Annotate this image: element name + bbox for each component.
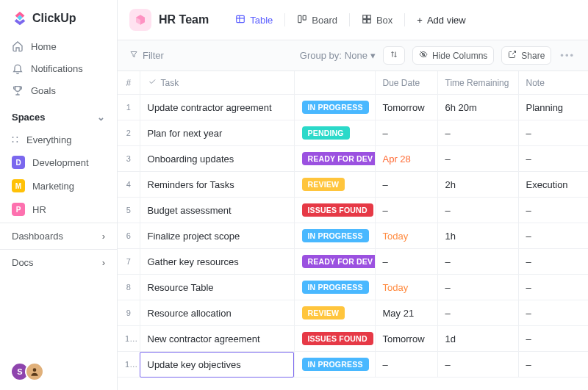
note-cell[interactable]: Planning [518,95,588,120]
spaces-header[interactable]: Spaces ⌄ [0,103,117,127]
row-index: 2 [118,120,140,146]
status-cell[interactable]: IN PROGRESS [294,95,375,120]
table-row[interactable]: 6Finalize project scopeIN PROGRESSToday1… [118,223,588,249]
user-avatars[interactable]: S [0,353,117,390]
status-cell[interactable]: READY FOR DEV [294,249,375,275]
due-date-cell[interactable]: – [375,352,437,378]
note-cell[interactable]: – [518,146,588,172]
time-remaining-cell[interactable]: 6h 20m [437,95,518,120]
due-date-cell[interactable]: – [375,249,437,275]
table-row[interactable]: 10New contractor agreementISSUES FOUNDTo… [118,326,588,352]
due-date-cell[interactable]: Tomorrow [375,326,437,352]
time-remaining-cell[interactable]: – [437,275,518,300]
due-date-cell[interactable]: – [375,198,437,223]
status-cell[interactable]: IN PROGRESS [294,223,375,249]
nav-home[interactable]: Home [0,35,117,57]
column-note[interactable]: Note [518,71,588,95]
task-name-cell[interactable]: Update contractor agreement [140,95,294,120]
column-task[interactable]: Task [140,71,294,95]
view-tab-board[interactable]: Board [291,11,343,29]
due-date-cell[interactable]: Today [375,223,437,249]
time-remaining-cell[interactable]: – [437,300,518,326]
due-date-cell[interactable]: Tomorrow [375,95,437,120]
due-date-cell[interactable]: – [375,120,437,146]
table-row[interactable]: 8Resource TableIN PROGRESSToday–– [118,275,588,300]
time-remaining-cell[interactable]: 1d [437,326,518,352]
note-cell[interactable]: – [518,223,588,249]
column-status[interactable] [294,71,375,95]
status-cell[interactable]: PENDING [294,120,375,146]
table-row[interactable]: 7Gather key resourcesREADY FOR DEV––– [118,249,588,275]
due-date-cell[interactable]: – [375,172,437,198]
table-row[interactable]: 3Onboarding updatesREADY FOR DEVApr 28–– [118,146,588,172]
hide-columns-button[interactable]: Hide Columns [412,46,494,65]
table-row[interactable]: 1Update contractor agreementIN PROGRESST… [118,95,588,120]
task-name-cell[interactable]: Gather key resources [140,249,294,275]
space-marketing[interactable]: M Marketing [0,174,117,198]
add-view-button[interactable]: + Add view [411,12,471,29]
time-remaining-cell[interactable]: – [437,352,518,378]
sort-button[interactable] [383,46,405,65]
time-remaining-cell[interactable]: 1h [437,223,518,249]
task-name-cell[interactable]: Onboarding updates [140,146,294,172]
task-name-cell[interactable]: Resource Table [140,275,294,300]
table-row[interactable]: 9Resource allocationREVIEWMay 21–– [118,300,588,326]
note-cell[interactable]: – [518,300,588,326]
svg-rect-5 [368,15,371,18]
due-date-cell[interactable]: Today [375,275,437,300]
more-options-button[interactable]: ••• [559,50,576,61]
status-cell[interactable]: ISSUES FOUND [294,198,375,223]
row-index: 5 [118,198,140,223]
note-cell[interactable]: Execution [518,172,588,198]
column-time[interactable]: Time Remaining [437,71,518,95]
due-date-cell[interactable]: Apr 28 [375,146,437,172]
task-name-cell[interactable]: New contractor agreement [140,326,294,352]
note-cell[interactable]: – [518,326,588,352]
space-everything[interactable]: ∷ Everything [0,129,117,151]
status-cell[interactable]: ISSUES FOUND [294,326,375,352]
note-cell[interactable]: – [518,275,588,300]
task-name-cell[interactable]: Reminders for Tasks [140,172,294,198]
table-row[interactable]: 11Update key objectivesIN PROGRESS––– [118,352,588,378]
task-name-cell[interactable]: Update key objectives [140,352,294,378]
table-row[interactable]: 5Budget assessmentISSUES FOUND––– [118,198,588,223]
section-label: Dashboards [12,231,63,242]
status-cell[interactable]: IN PROGRESS [294,352,375,378]
note-cell[interactable]: – [518,249,588,275]
time-remaining-cell[interactable]: – [437,146,518,172]
time-remaining-cell[interactable]: – [437,249,518,275]
table-row[interactable]: 4Reminders for TasksREVIEW–2hExecution [118,172,588,198]
status-cell[interactable]: IN PROGRESS [294,275,375,300]
filter-button[interactable]: Filter [129,50,164,61]
status-cell[interactable]: READY FOR DEV [294,146,375,172]
column-due[interactable]: Due Date [375,71,437,95]
time-remaining-cell[interactable]: – [437,120,518,146]
nav-notifications[interactable]: Notifications [0,57,117,79]
space-hr[interactable]: P HR [0,198,117,221]
section-docs[interactable]: Docs › [0,249,117,275]
due-date-cell[interactable]: May 21 [375,300,437,326]
view-tab-table[interactable]: Table [229,11,279,29]
note-cell[interactable]: – [518,198,588,223]
task-name-cell[interactable]: Finalize project scope [140,223,294,249]
time-remaining-cell[interactable]: – [437,198,518,223]
task-name-cell[interactable]: Resource allocation [140,300,294,326]
group-by-dropdown[interactable]: Group by: None ▾ [300,50,376,61]
status-cell[interactable]: REVIEW [294,300,375,326]
note-cell[interactable]: – [518,352,588,378]
table-container[interactable]: # Task Due Date Time Remaining Note [118,71,588,390]
status-cell[interactable]: REVIEW [294,172,375,198]
time-remaining-cell[interactable]: 2h [437,172,518,198]
nav-goals[interactable]: Goals [0,79,117,101]
table-row[interactable]: 2Plan for next yearPENDING––– [118,120,588,146]
svg-point-0 [33,368,37,372]
note-cell[interactable]: – [518,120,588,146]
share-button[interactable]: Share [501,46,551,65]
column-index[interactable]: # [118,71,140,95]
space-development[interactable]: D Development [0,151,117,174]
avatar[interactable] [25,362,44,381]
task-name-cell[interactable]: Budget assessment [140,198,294,223]
section-dashboards[interactable]: Dashboards › [0,223,117,249]
view-tab-box[interactable]: Box [356,11,398,29]
task-name-cell[interactable]: Plan for next year [140,120,294,146]
